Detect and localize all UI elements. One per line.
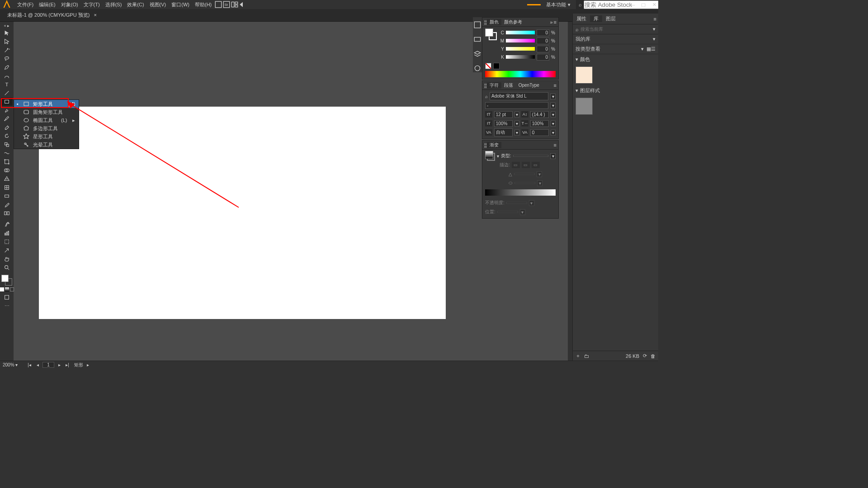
chevron-down-icon[interactable]: ▾ <box>551 121 556 127</box>
zoom-tool[interactable] <box>1 263 13 272</box>
tab-color-guide[interactable]: 颜色参考 <box>501 19 525 25</box>
first-artboard-button[interactable]: |◂ <box>26 362 33 367</box>
brushes-icon[interactable] <box>473 64 481 72</box>
menu-effect[interactable]: 效果(C) <box>124 1 146 8</box>
chevron-down-icon[interactable]: ▾ <box>514 112 519 117</box>
hand-tool[interactable] <box>1 255 13 263</box>
menu-object[interactable]: 对象(O) <box>58 1 81 8</box>
minimize-button[interactable]: — <box>628 1 637 8</box>
panel-menu-icon[interactable]: ≡ <box>554 83 557 88</box>
paintbrush-tool[interactable] <box>1 106 13 114</box>
artboard-number-input[interactable] <box>42 362 54 368</box>
tab-gradient[interactable]: 渐变 <box>487 142 501 148</box>
magic-wand-tool[interactable] <box>1 46 13 54</box>
panel-grip-icon[interactable]: ¦¦ <box>482 19 487 25</box>
symbol-sprayer-tool[interactable] <box>1 221 13 229</box>
curvature-tool[interactable] <box>1 72 13 80</box>
pencil-tool[interactable] <box>1 115 13 123</box>
line-tool[interactable] <box>1 89 13 97</box>
tracking-field[interactable]: 0 <box>530 129 549 136</box>
library-search-input[interactable] <box>580 27 651 32</box>
prev-artboard-button[interactable]: ◂ <box>34 362 41 367</box>
chevron-down-icon[interactable]: ▾ <box>551 130 556 136</box>
tab-paragraph[interactable]: 段落 <box>501 82 516 89</box>
selection-tool[interactable] <box>1 29 13 37</box>
layout-icon[interactable] <box>231 0 239 9</box>
chevron-down-icon[interactable]: ▾ <box>550 103 556 108</box>
library-selector[interactable]: 我的库 ▾ <box>573 34 658 44</box>
list-view-icon[interactable]: ☰ <box>651 46 656 52</box>
library-color-swatch[interactable] <box>576 66 593 84</box>
tab-color[interactable]: 颜色 <box>487 19 501 25</box>
color-mode-gradient-icon[interactable] <box>5 287 9 291</box>
gpu-icon[interactable] <box>214 0 222 9</box>
workspace-switcher[interactable]: 基本功能▾ <box>543 1 573 8</box>
tab-properties[interactable]: 属性 <box>573 15 590 22</box>
tab-close-icon[interactable]: × <box>94 12 96 18</box>
artboard[interactable] <box>39 107 446 319</box>
k-slider[interactable] <box>506 55 535 59</box>
grid-view-icon[interactable]: ▦ <box>646 46 651 52</box>
rectangle-tool[interactable] <box>1 98 13 106</box>
blend-tool[interactable] <box>1 209 13 217</box>
kerning-field[interactable]: 自动 <box>494 128 513 136</box>
toolbar-edit-icon[interactable]: ⋯ <box>1 302 13 310</box>
chevron-down-icon[interactable]: ▾ <box>550 94 556 99</box>
flyout-flare[interactable]: 光晕工具 <box>14 141 79 149</box>
eyedropper-tool[interactable] <box>1 201 13 209</box>
tab-character[interactable]: 字符 <box>487 82 501 89</box>
screen-mode-tool[interactable] <box>1 293 13 301</box>
gradient-slider[interactable] <box>485 189 556 196</box>
black-swatch[interactable] <box>493 63 500 69</box>
gradient-preview[interactable] <box>485 151 495 161</box>
flyout-polygon[interactable]: 多边形工具 <box>14 124 79 132</box>
menu-help[interactable]: 帮助(H) <box>192 1 214 8</box>
color-mode-none-icon[interactable] <box>10 287 14 291</box>
panel-menu-icon[interactable]: ≡ <box>554 142 557 148</box>
menu-window[interactable]: 窗口(W) <box>169 1 192 8</box>
m-slider[interactable] <box>506 39 535 42</box>
libraries-icon[interactable] <box>473 35 481 43</box>
trash-icon[interactable]: 🗑 <box>651 353 656 359</box>
maximize-button[interactable]: ▢ <box>639 1 647 8</box>
gradient-tool[interactable] <box>1 192 13 200</box>
chevron-down-icon[interactable]: ▾ <box>514 121 519 127</box>
y-input[interactable] <box>537 46 549 52</box>
flyout-ellipse[interactable]: 椭圆工具 (L) ▸ <box>14 116 79 124</box>
fill-stroke-indicator[interactable] <box>485 28 497 40</box>
menu-file[interactable]: 文件(F) <box>14 1 36 8</box>
chevron-down-icon[interactable]: ▾ <box>514 130 519 136</box>
tab-libraries[interactable]: 库 <box>590 15 602 22</box>
slice-tool[interactable] <box>1 246 13 254</box>
c-slider[interactable] <box>506 31 535 34</box>
menu-view[interactable]: 视图(V) <box>147 1 169 8</box>
spectrum-bar[interactable] <box>485 71 556 77</box>
toolbar-collapse-icon[interactable]: « ▸ <box>4 23 10 28</box>
sync-icon[interactable]: ⟳ <box>643 353 647 359</box>
color-mode-row[interactable] <box>0 287 14 291</box>
eraser-tool[interactable] <box>1 123 13 131</box>
status-menu-icon[interactable]: ▸ <box>87 362 89 367</box>
menu-select[interactable]: 选择(S) <box>103 1 125 8</box>
mesh-tool[interactable] <box>1 183 13 192</box>
m-input[interactable] <box>537 38 549 44</box>
arrange-icon[interactable] <box>239 0 247 9</box>
type-tool[interactable]: T <box>1 80 13 89</box>
k-input[interactable] <box>537 54 549 61</box>
add-icon[interactable]: ＋ <box>576 352 580 359</box>
chevron-down-icon[interactable]: ▾ <box>497 154 499 159</box>
pen-tool[interactable] <box>1 63 13 71</box>
direct-selection-tool[interactable] <box>1 38 13 46</box>
leading-field[interactable]: (14.4 ) <box>530 111 549 118</box>
chevron-down-icon[interactable]: ▾ <box>551 112 556 117</box>
st-icon[interactable]: St <box>222 0 231 9</box>
tab-layers[interactable]: 图层 <box>602 15 619 22</box>
flyout-rectangle[interactable]: ▪ 矩形工具 (M) <box>14 100 79 108</box>
vscale-field[interactable]: 100% <box>494 120 513 127</box>
fill-stroke-swatch[interactable] <box>1 275 12 286</box>
library-section-color[interactable]: ▾颜色 <box>573 54 658 65</box>
tab-opentype[interactable]: OpenType <box>516 83 542 88</box>
panel-grip-icon[interactable]: ¦¦ <box>482 142 487 148</box>
properties-icon[interactable] <box>473 21 481 29</box>
panel-menu-icon[interactable]: ≡ <box>554 19 557 25</box>
